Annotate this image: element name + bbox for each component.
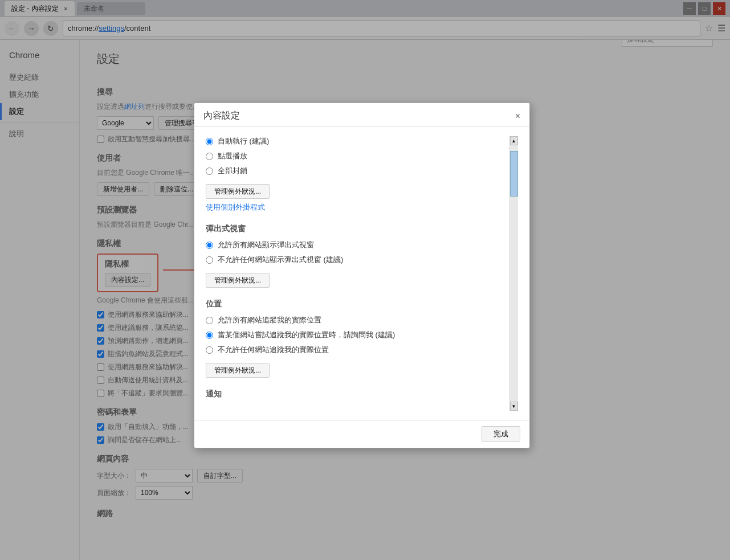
location-radio-block: 不允許任何網站追蹤我的實際位置 [206, 345, 509, 355]
popup-block-label: 不允許任何網站顯示彈出式視窗 (建議) [218, 255, 343, 265]
popup-allow-label: 允許所有網站顯示彈出式視窗 [218, 240, 314, 250]
modal-overlay: 內容設定 × 自動執行 (建議) 點選播放 全部封鎖 [0, 0, 730, 560]
modal-title: 內容設定 [203, 110, 240, 122]
plugin-radio-click: 點選播放 [206, 151, 509, 161]
location-block-label: 不允許任何網站追蹤我的實際位置 [218, 345, 329, 355]
location-manage-exceptions-button[interactable]: 管理例外狀況... [206, 363, 270, 378]
plugin-block-label: 全部封鎖 [218, 166, 247, 176]
plugin-radio-block: 全部封鎖 [206, 166, 509, 176]
notifications-title: 通知 [206, 389, 509, 399]
location-allow-all-radio[interactable] [206, 317, 213, 324]
location-radio-ask: 當某個網站嘗試追蹤我的實際位置時，請詢問我 (建議) [206, 330, 509, 340]
scrollbar-up-button[interactable]: ▲ [510, 136, 518, 145]
plugin-auto-radio[interactable] [206, 138, 213, 145]
plugin-radio-auto: 自動執行 (建議) [206, 136, 509, 146]
popup-manage-exceptions-button[interactable]: 管理例外狀況... [206, 273, 270, 288]
modal-scroll-content: 自動執行 (建議) 點選播放 全部封鎖 管理例外狀況... 使用個別外掛程式 [206, 136, 509, 411]
plugin-click-label: 點選播放 [218, 151, 247, 161]
popup-block-radio[interactable] [206, 256, 213, 264]
plugins-section: 自動執行 (建議) 點選播放 全部封鎖 管理例外狀況... 使用個別外掛程式 [206, 136, 509, 212]
plugin-click-radio[interactable] [206, 153, 213, 160]
popup-allow-radio[interactable] [206, 242, 213, 249]
location-block-radio[interactable] [206, 346, 213, 354]
scrollbar-thumb[interactable] [510, 151, 518, 197]
modal-header: 內容設定 × [194, 103, 529, 127]
modal-footer: 完成 [194, 420, 529, 448]
plugin-manage-exceptions-button[interactable]: 管理例外狀況... [206, 184, 270, 199]
scrollbar-track [510, 145, 518, 402]
plugin-auto-label: 自動執行 (建議) [218, 136, 269, 146]
content-settings-modal: 內容設定 × 自動執行 (建議) 點選播放 全部封鎖 [194, 103, 530, 448]
location-allow-all-label: 允許所有網站追蹤我的實際位置 [218, 315, 321, 325]
location-radio-allow-all: 允許所有網站追蹤我的實際位置 [206, 315, 509, 325]
popup-radio-allow: 允許所有網站顯示彈出式視窗 [206, 240, 509, 250]
location-section: 位置 允許所有網站追蹤我的實際位置 當某個網站嘗試追蹤我的實際位置時，請詢問我 … [206, 299, 509, 378]
modal-scrollbar[interactable]: ▲ ▼ [509, 136, 518, 411]
popups-title: 彈出式視窗 [206, 224, 509, 234]
notifications-section: 通知 [206, 389, 509, 399]
modal-close-button[interactable]: × [515, 112, 520, 121]
modal-body: 自動執行 (建議) 點選播放 全部封鎖 管理例外狀況... 使用個別外掛程式 [194, 127, 529, 420]
location-title: 位置 [206, 299, 509, 309]
scrollbar-down-button[interactable]: ▼ [510, 402, 518, 411]
popup-radio-block: 不允許任何網站顯示彈出式視窗 (建議) [206, 255, 509, 265]
location-ask-label: 當某個網站嘗試追蹤我的實際位置時，請詢問我 (建議) [218, 330, 395, 340]
modal-done-button[interactable]: 完成 [482, 426, 520, 442]
location-ask-radio[interactable] [206, 332, 213, 339]
plugin-block-radio[interactable] [206, 167, 213, 175]
individual-plugins-link[interactable]: 使用個別外掛程式 [206, 202, 509, 212]
popups-section: 彈出式視窗 允許所有網站顯示彈出式視窗 不允許任何網站顯示彈出式視窗 (建議) … [206, 224, 509, 288]
